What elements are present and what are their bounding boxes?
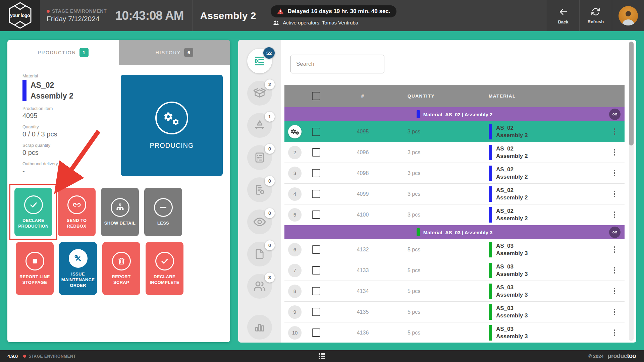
link-icon	[612, 229, 618, 235]
material-color-bar	[489, 263, 492, 278]
row-menu-kebab[interactable]	[612, 209, 618, 220]
material-color-bar	[489, 186, 492, 202]
row-menu-kebab[interactable]	[612, 168, 618, 179]
declare-production-button[interactable]: DECLARE PRODUCTION	[14, 188, 52, 236]
toolbar-checklist[interactable]: 0	[247, 145, 272, 170]
material-group-row: Material: AS_03 | Assembly 3	[284, 225, 625, 239]
apps-grid-icon[interactable]	[319, 353, 325, 359]
production-item-value: 4095	[22, 112, 116, 120]
row-material: AS_03Assembly 3	[496, 284, 528, 299]
user-menu[interactable]	[612, 0, 644, 31]
column-header-number[interactable]: #	[327, 94, 399, 99]
row-material: AS_02Assembly 2	[496, 145, 528, 160]
row-checkbox[interactable]	[312, 266, 320, 275]
table-row[interactable]: 741335 pcsAS_03Assembly 3	[284, 260, 625, 281]
material-color-bar	[489, 304, 492, 320]
table-row[interactable]: 641325 pcsAS_03Assembly 3	[284, 239, 625, 260]
row-index: 10	[288, 326, 302, 340]
row-menu-kebab[interactable]	[612, 286, 618, 297]
row-checkbox[interactable]	[312, 308, 320, 316]
row-checkbox[interactable]	[312, 148, 320, 157]
issue-maintenance-order-button[interactable]: ISSUE MAINTENANCE ORDER	[59, 242, 97, 295]
company-logo[interactable]: your logo	[0, 0, 40, 31]
select-all-checkbox[interactable]	[312, 92, 320, 100]
report-line-stoppage-button[interactable]: REPORT LINE STOPPAGE	[16, 242, 54, 295]
toolbar-inspection[interactable]: 0	[247, 209, 272, 234]
table-row[interactable]: 1041365 pcsAS_03Assembly 3	[284, 322, 625, 343]
table-row[interactable]: 340983 pcsAS_02Assembly 2	[284, 163, 625, 184]
column-header-material[interactable]: MATERIAL	[463, 94, 604, 99]
row-checkbox[interactable]	[312, 128, 320, 136]
row-checkbox[interactable]	[312, 287, 320, 295]
row-material: AS_02Assembly 2	[496, 124, 528, 139]
row-material: AS_03Assembly 3	[496, 242, 528, 257]
group-link-button[interactable]	[609, 109, 621, 120]
tab-history[interactable]: HISTORY 6	[119, 40, 230, 65]
report-scrap-button[interactable]: REPORT SCRAP	[102, 242, 140, 295]
row-quantity: 5 pcs	[399, 288, 463, 294]
send-to-redbox-button[interactable]: SEND TO REDBOX	[58, 188, 96, 236]
material-color-bar	[489, 242, 492, 257]
table-row[interactable]: 541003 pcsAS_02Assembly 2	[284, 204, 625, 225]
producing-status-tile[interactable]: PRODUCING	[121, 75, 223, 176]
row-quantity: 5 pcs	[399, 247, 463, 253]
toolbar-packaging[interactable]: 2	[247, 81, 272, 106]
row-menu-kebab[interactable]	[612, 307, 618, 317]
toolbar-operators[interactable]: 3	[247, 274, 272, 299]
minus-circle-icon	[154, 198, 173, 217]
scrollbar-thumb[interactable]	[629, 42, 634, 145]
toolbar-documents[interactable]: 0	[247, 242, 272, 266]
row-material: AS_03Assembly 3	[496, 305, 528, 319]
row-checkbox[interactable]	[312, 169, 320, 177]
order-list-panel: # QUANTITY MATERIAL Material: AS_02 | As…	[281, 40, 636, 343]
search-input[interactable]	[290, 55, 384, 73]
row-menu-kebab[interactable]	[612, 244, 618, 255]
material-group-label: Material: AS_02 | Assembly 2	[423, 112, 493, 117]
table-row[interactable]: 941355 pcsAS_03Assembly 3	[284, 302, 625, 322]
row-menu-kebab[interactable]	[612, 189, 618, 199]
row-menu-kebab[interactable]	[612, 126, 618, 137]
toolbar-production-queue[interactable]: 52	[247, 49, 272, 73]
row-item-number: 4098	[327, 170, 399, 176]
production-panel: PRODUCTION 1 HISTORY 6 Material AS_02 As…	[7, 40, 230, 342]
table-row[interactable]: 240963 pcsAS_02Assembly 2	[284, 142, 625, 163]
warning-triangle-icon	[277, 8, 284, 15]
refresh-button[interactable]: Refresh	[579, 0, 612, 31]
material-label: Material	[22, 73, 116, 78]
environment-status-dot	[47, 10, 50, 13]
top-header: your logo STAGE ENVIRONMENT Friday 7/12/…	[0, 0, 644, 31]
toolbar-statistics[interactable]	[247, 315, 272, 340]
row-checkbox[interactable]	[312, 210, 320, 219]
row-checkbox[interactable]	[312, 328, 320, 337]
outbound-delivery-label: Outbound delivery	[22, 161, 116, 166]
table-row[interactable]: 841345 pcsAS_03Assembly 3	[284, 281, 625, 302]
material-color-bar	[489, 207, 492, 223]
row-index: 4	[288, 187, 302, 201]
declare-incomplete-button[interactable]: DECLARE INCOMPLETE	[146, 242, 183, 295]
toolbar-document-actions[interactable]: 0	[247, 177, 272, 202]
table-scrollbar[interactable]	[629, 42, 634, 341]
row-quantity: 5 pcs	[399, 309, 463, 315]
app-version: 4.9.0	[7, 354, 18, 359]
row-menu-kebab[interactable]	[612, 327, 618, 338]
back-button[interactable]: Back	[547, 0, 579, 31]
workstation-title: Assembly 2	[200, 10, 256, 21]
tools-icon	[69, 249, 88, 268]
avatar[interactable]	[619, 6, 638, 25]
row-checkbox[interactable]	[312, 245, 320, 254]
group-link-button[interactable]	[609, 227, 621, 238]
producing-label: PRODUCING	[150, 142, 194, 149]
row-material: AS_02Assembly 2	[496, 207, 528, 222]
row-quantity: 3 pcs	[399, 191, 463, 197]
less-button[interactable]: LESS	[144, 188, 182, 236]
table-row[interactable]: 40953 pcsAS_02Assembly 2	[284, 121, 625, 142]
show-detail-button[interactable]: SHOW DETAIL	[101, 188, 139, 236]
column-header-quantity[interactable]: QUANTITY	[399, 94, 463, 99]
table-row[interactable]: 440993 pcsAS_02Assembly 2	[284, 184, 625, 204]
row-menu-kebab[interactable]	[612, 265, 618, 276]
tab-production[interactable]: PRODUCTION 1	[7, 40, 119, 65]
row-index: 2	[288, 146, 302, 159]
row-menu-kebab[interactable]	[612, 147, 618, 158]
toolbar-line-alerts[interactable]: 1	[247, 113, 272, 138]
row-checkbox[interactable]	[312, 190, 320, 198]
